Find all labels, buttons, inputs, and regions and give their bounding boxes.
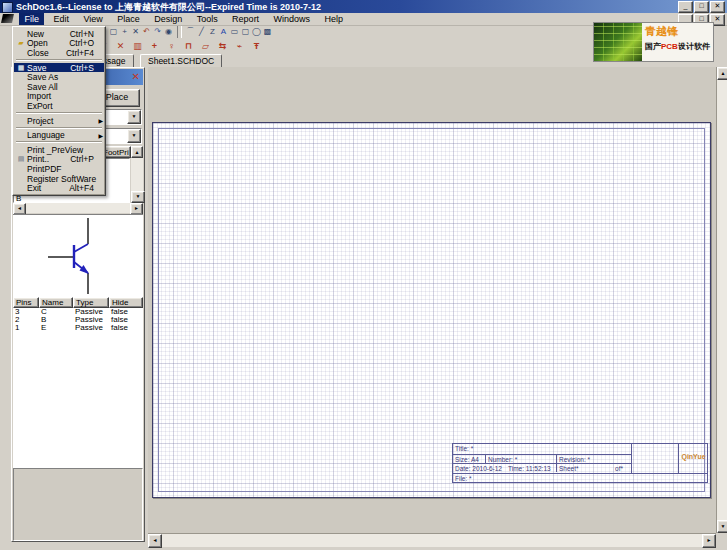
file-menu-item[interactable]: Import — [14, 92, 104, 102]
no-erc-icon[interactable]: ✕ — [112, 40, 129, 52]
titleblock-logo-box: QinYue — [631, 444, 708, 473]
pins-column-header[interactable]: Hide — [109, 297, 143, 308]
undo-icon[interactable]: ↶ — [141, 26, 152, 38]
menubar-item[interactable]: View — [78, 13, 107, 25]
net-label-icon[interactable]: ⌁ — [231, 40, 248, 52]
menubar-item[interactable]: Windows — [269, 13, 316, 25]
junction-tool-icon[interactable]: + — [146, 40, 163, 52]
pins-column-header[interactable]: Name — [39, 297, 73, 308]
menu-item-label: Project — [27, 116, 53, 126]
file-menu-item[interactable]: Save As — [14, 72, 104, 82]
file-menu-item[interactable]: ▤ Print.. Ctrl+P — [14, 155, 104, 165]
move-icon[interactable]: + — [119, 26, 130, 38]
image-icon[interactable]: ▩ — [262, 26, 273, 38]
window-titlebar: SchDoc1.6--License to 上海青越软件有限公司--Expire… — [0, 0, 727, 13]
wiring-toolbar: Y ✕ ▥ + ♀ ⊓ ▱ ⇆ ⌁ Ŧ — [95, 39, 265, 53]
file-menu-item[interactable]: New Ctrl+N — [14, 29, 104, 39]
zoom-icon[interactable]: ◉ — [163, 26, 174, 38]
pins-table-header: Pins Name Type Hide — [13, 297, 143, 308]
scroll-up-icon[interactable]: ▲ — [717, 67, 727, 80]
brand-name: 青越锋 — [645, 25, 712, 37]
text-icon[interactable]: A — [218, 26, 229, 38]
file-menu-item[interactable]: Register SoftWare — [14, 174, 104, 184]
menu-item-label: Print _PreView — [27, 145, 83, 155]
scroll-up-icon[interactable]: ▲ — [131, 146, 143, 158]
rounded-rectangle-icon[interactable]: ▢ — [240, 26, 251, 38]
pin-table-row[interactable]: 1 E Passive false — [13, 324, 143, 332]
app-icon — [1, 14, 14, 23]
chevron-down-icon[interactable]: ▼ — [127, 110, 141, 124]
file-menu-item[interactable]: ▰ Open Ctrl+O — [14, 39, 104, 49]
component-list-vscrollbar[interactable]: ▼ — [131, 158, 143, 203]
brand-logo: 青越锋 国产PCB设计软件 — [593, 22, 714, 62]
pin-table-row[interactable]: 2 B Passive false — [13, 316, 143, 324]
scroll-left-icon[interactable]: ◄ — [148, 534, 162, 548]
line-icon[interactable]: ╱ — [196, 26, 207, 38]
menubar-item[interactable]: File — [19, 13, 44, 25]
titleblock-revision: Revision: * — [556, 454, 631, 463]
component-list-item[interactable]: B — [14, 195, 129, 202]
cut-icon[interactable]: ✕ — [130, 26, 141, 38]
sheet-symbol-icon[interactable]: ▱ — [197, 40, 214, 52]
menu-item-shortcut: Ctrl+S — [70, 63, 96, 73]
canvas-hscrollbar[interactable]: ◄ ► — [148, 533, 716, 547]
redo-icon[interactable]: ↷ — [152, 26, 163, 38]
pin-table-row[interactable]: 3 C Passive false — [13, 308, 143, 316]
file-menu-item[interactable]: ExPort — [14, 101, 104, 111]
menubar-item[interactable]: Help — [320, 13, 349, 25]
toolbar-button[interactable] — [177, 26, 182, 38]
scroll-down-icon[interactable]: ▼ — [131, 191, 145, 203]
tab-sheet1-schdoc[interactable]: Sheet1.SCHDOC — [140, 54, 222, 68]
menubar-item[interactable]: Design — [149, 13, 187, 25]
bus-tool-icon[interactable]: ▥ — [129, 40, 146, 52]
file-menu-item[interactable]: Project ▶ — [14, 116, 104, 126]
polyline-icon[interactable]: Z — [207, 26, 218, 38]
pins-column-header[interactable]: Pins — [13, 297, 39, 308]
titleblock-number: Number: * — [485, 454, 556, 463]
menu-item-label: Save As — [27, 72, 58, 82]
port-tool-icon[interactable]: Ŧ — [248, 40, 265, 52]
select-area-icon[interactable]: ▢ — [108, 26, 119, 38]
ellipse-icon[interactable]: ◯ — [251, 26, 262, 38]
open-folder-icon: ▰ — [15, 39, 27, 47]
scroll-down-icon[interactable]: ▼ — [717, 520, 727, 533]
panel-close-icon[interactable]: ✕ — [132, 71, 140, 83]
power-port-icon[interactable]: ♀ — [163, 40, 180, 52]
menu-separator — [16, 112, 102, 114]
close-button[interactable]: ✕ — [710, 1, 725, 13]
sheet-title-block: Title: * Size: A4 Number: * Revision: * … — [452, 443, 708, 483]
file-menu-item[interactable]: Print _PreView — [14, 145, 104, 155]
scroll-right-icon[interactable]: ► — [702, 534, 716, 548]
restore-button[interactable]: □ — [694, 1, 709, 13]
menubar-item[interactable]: Edit — [48, 13, 74, 25]
menu-item-label: PrintPDF — [27, 164, 61, 174]
printer-icon: ▤ — [15, 155, 27, 163]
rectangle-icon[interactable]: ▭ — [229, 26, 240, 38]
sheet-entry-icon[interactable]: ⇆ — [214, 40, 231, 52]
menubar-item[interactable]: Tools — [192, 13, 223, 25]
menu-item-label: New — [27, 29, 44, 39]
pins-column-header[interactable]: Type — [73, 297, 109, 308]
file-menu-item[interactable]: Exit Alt+F4 — [14, 183, 104, 193]
menu-item-label: Register SoftWare — [27, 174, 96, 184]
menu-separator — [16, 59, 102, 61]
brand-tagline: 国产PCB设计软件 — [645, 41, 712, 52]
file-menu-item[interactable]: Language ▶ — [14, 130, 104, 140]
schematic-sheet[interactable]: Title: * Size: A4 Number: * Revision: * … — [152, 122, 711, 498]
minimize-button[interactable]: _ — [678, 1, 693, 13]
menubar-item[interactable]: Report — [227, 13, 264, 25]
component-list-hscrollbar[interactable]: ◄ ► — [13, 203, 143, 213]
menu-item-shortcut: Alt+F4 — [69, 183, 96, 193]
file-menu-item[interactable]: PrintPDF — [14, 164, 104, 174]
panel-bottom-area — [13, 468, 143, 541]
canvas-vscrollbar[interactable]: ▲ ▼ — [716, 67, 727, 533]
part-tool-icon[interactable]: ⊓ — [180, 40, 197, 52]
file-menu-item[interactable]: Close Ctrl+F4 — [14, 48, 104, 58]
arc-icon[interactable]: ⌒ — [185, 26, 196, 38]
schematic-canvas[interactable]: Title: * Size: A4 Number: * Revision: * … — [148, 67, 716, 533]
file-menu-item[interactable]: Save All — [14, 82, 104, 92]
file-menu-item[interactable]: ▦ Save Ctrl+S — [14, 63, 104, 73]
sheet-inner-border — [158, 128, 705, 492]
menubar-item[interactable]: Place — [112, 13, 145, 25]
chevron-down-icon[interactable]: ▼ — [127, 129, 141, 143]
